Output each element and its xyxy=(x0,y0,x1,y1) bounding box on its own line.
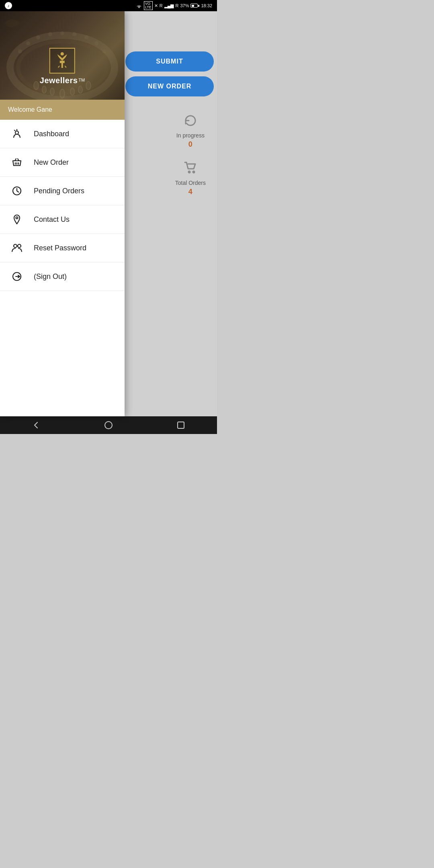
svg-point-0 xyxy=(139,7,139,8)
svg-point-9 xyxy=(70,88,74,95)
svg-point-24 xyxy=(15,131,18,134)
clock-icon xyxy=(10,186,24,196)
back-icon xyxy=(32,421,41,430)
stats-section: In progress 0 Total Orders 4 xyxy=(175,113,206,196)
home-button[interactable] xyxy=(96,416,121,434)
x-signal: ✕ xyxy=(154,3,158,8)
svg-line-26 xyxy=(14,130,15,131)
svg-point-33 xyxy=(18,244,21,248)
svg-point-32 xyxy=(14,244,17,248)
status-left: ♪ xyxy=(5,2,12,9)
time-display: 18:32 xyxy=(201,3,212,8)
sidebar-item-reset-password[interactable]: Reset Password xyxy=(0,234,125,262)
welcome-text: Welcome Gane xyxy=(8,106,52,113)
sidebar-item-contact-us[interactable]: Contact Us xyxy=(0,205,125,234)
svg-point-6 xyxy=(42,86,46,93)
logo-symbol xyxy=(54,52,70,70)
sign-out-label: (Sign Out) xyxy=(34,272,67,281)
reset-password-label: Reset Password xyxy=(34,244,86,252)
svg-rect-22 xyxy=(60,61,65,63)
tm-mark: TM xyxy=(78,76,85,82)
svg-point-31 xyxy=(16,217,18,219)
svg-point-11 xyxy=(86,82,91,90)
svg-point-8 xyxy=(60,89,65,98)
app-container: SUBMIT NEW ORDER In progress 0 xyxy=(0,11,217,416)
total-orders-stat: Total Orders 4 xyxy=(175,161,206,196)
svg-point-16 xyxy=(60,31,64,35)
volte-label: VOLTE xyxy=(144,1,153,10)
location-icon xyxy=(10,214,24,225)
cart-icon xyxy=(183,161,198,178)
drawer: Jewellers TM Welcome Gane xyxy=(0,11,125,416)
wifi-icon xyxy=(136,3,142,8)
pending-orders-label: Pending Orders xyxy=(34,187,84,195)
battery-icon xyxy=(190,4,199,8)
svg-point-2 xyxy=(193,171,194,173)
drawer-header: Jewellers TM xyxy=(0,11,125,100)
logo-box xyxy=(49,48,75,74)
people-icon xyxy=(10,243,24,253)
svg-point-15 xyxy=(48,32,52,36)
svg-point-7 xyxy=(50,88,54,95)
refresh-icon xyxy=(183,113,198,131)
in-progress-stat: In progress 0 xyxy=(176,113,205,149)
sidebar-item-new-order[interactable]: New Order xyxy=(0,148,125,177)
signal-bars: ▂▄▆ xyxy=(164,3,174,8)
status-bar: ♪ VOLTE ✕ R ▂▄▆ R 37% 18:32 xyxy=(0,0,217,11)
svg-point-18 xyxy=(84,35,88,39)
recent-button[interactable] xyxy=(169,416,193,434)
submit-button[interactable]: SUBMIT xyxy=(125,51,214,72)
status-right: VOLTE ✕ R ▂▄▆ R 37% 18:32 xyxy=(136,1,212,10)
sidebar-item-pending-orders[interactable]: Pending Orders xyxy=(0,177,125,205)
svg-point-20 xyxy=(102,49,106,53)
in-progress-label: In progress xyxy=(176,132,205,139)
sidebar-item-sign-out[interactable]: (Sign Out) xyxy=(0,262,125,291)
total-orders-value: 4 xyxy=(188,188,192,196)
svg-point-10 xyxy=(78,86,82,93)
r-signal-1: R xyxy=(160,3,163,8)
menu-list: Dashboard New Order xyxy=(0,120,125,416)
contact-us-label: Contact Us xyxy=(34,215,70,224)
svg-point-12 xyxy=(18,49,22,53)
svg-rect-21 xyxy=(61,63,63,68)
basket-icon xyxy=(10,157,24,168)
svg-point-5 xyxy=(34,82,39,90)
back-button[interactable] xyxy=(24,416,48,434)
svg-point-14 xyxy=(36,35,40,39)
new-order-button[interactable]: NEW ORDER xyxy=(125,76,214,96)
battery-percent: 37% xyxy=(180,3,189,8)
brand-name: Jewellers xyxy=(40,76,78,85)
in-progress-value: 0 xyxy=(188,140,192,149)
drawer-header-bg: Jewellers TM xyxy=(0,11,125,100)
recent-icon xyxy=(177,421,185,429)
svg-rect-37 xyxy=(178,422,184,428)
dashboard-label: Dashboard xyxy=(34,130,69,138)
music-icon: ♪ xyxy=(5,2,12,9)
svg-point-17 xyxy=(72,32,76,36)
svg-point-19 xyxy=(94,41,98,45)
svg-point-13 xyxy=(26,41,30,45)
r-signal-2: R xyxy=(175,3,178,8)
home-icon xyxy=(104,421,113,430)
svg-point-1 xyxy=(188,171,190,173)
svg-point-36 xyxy=(105,422,112,429)
sidebar-item-dashboard[interactable]: Dashboard xyxy=(0,120,125,148)
nav-bar xyxy=(0,416,217,434)
dashboard-icon xyxy=(10,129,24,139)
welcome-bar: Welcome Gane xyxy=(0,100,125,120)
new-order-label: New Order xyxy=(34,158,69,167)
logo-area: Jewellers TM xyxy=(40,48,85,85)
total-orders-label: Total Orders xyxy=(175,180,206,186)
exit-icon xyxy=(10,271,24,282)
brand-name-row: Jewellers TM xyxy=(40,76,85,85)
